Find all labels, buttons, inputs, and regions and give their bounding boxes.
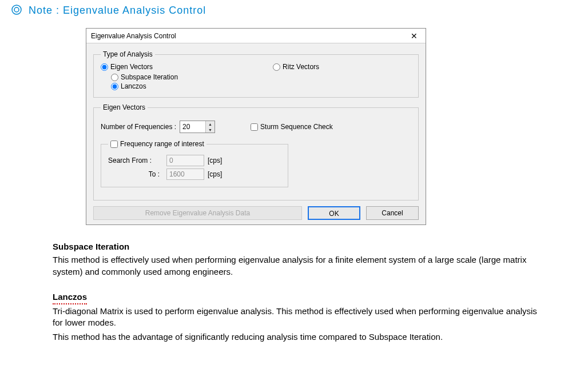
cancel-button[interactable]: Cancel [366, 206, 419, 220]
search-to-label: To : [108, 170, 163, 178]
type-of-analysis-legend: Type of Analysis [101, 50, 155, 58]
freq-range-legend: Frequency range of interest [120, 140, 204, 148]
radio-eigen-vectors[interactable]: Eigen Vectors [101, 63, 153, 71]
svg-point-1 [14, 7, 19, 12]
note-header: Note : Eigenvalue Analysis Control [11, 5, 577, 18]
lanczos-paragraph-2: This method has the advantage of signifi… [53, 331, 542, 343]
radio-lanczos-input[interactable] [111, 83, 118, 90]
spinner-buttons[interactable]: ▲ ▼ [205, 121, 214, 133]
explanation-text: Subspace Iteration This method is effect… [53, 241, 542, 343]
radio-ritz-vectors-input[interactable] [273, 63, 280, 71]
svg-point-0 [12, 5, 21, 14]
radio-subspace-iteration-label: Subspace Iteration [121, 73, 178, 81]
sturm-label: Sturm Sequence Check [260, 123, 333, 131]
remove-eigenvalue-button: Remove Eigenvalue Analysis Data [93, 206, 302, 220]
bullseye-icon [11, 5, 22, 18]
freq-range-group: Frequency range of interest Search From … [101, 140, 288, 187]
eigenvalue-dialog: Eigenvalue Analysis Control ✕ Type of An… [86, 28, 426, 225]
close-icon[interactable]: ✕ [406, 30, 422, 42]
num-freq-label: Number of Frequencies : [101, 123, 176, 131]
freq-range-check[interactable]: Frequency range of interest [110, 140, 204, 148]
unit-from: [cps] [208, 157, 222, 165]
freq-range-checkbox-input[interactable] [110, 141, 118, 148]
radio-lanczos-label: Lanczos [121, 82, 146, 90]
search-from-input [166, 155, 204, 166]
radio-ritz-vectors[interactable]: Ritz Vectors [273, 63, 319, 71]
search-to-input [166, 169, 204, 180]
radio-lanczos[interactable]: Lanczos [111, 82, 411, 90]
dialog-title: Eigenvalue Analysis Control [91, 32, 176, 40]
radio-eigen-vectors-input[interactable] [101, 63, 108, 71]
eigen-vectors-legend: Eigen Vectors [101, 103, 148, 111]
radio-eigen-vectors-label: Eigen Vectors [110, 63, 153, 71]
spinner-up-icon[interactable]: ▲ [206, 121, 214, 127]
ok-button[interactable]: OK [308, 206, 360, 220]
spinner-down-icon[interactable]: ▼ [206, 127, 214, 133]
radio-ritz-vectors-label: Ritz Vectors [283, 63, 319, 71]
titlebar: Eigenvalue Analysis Control ✕ [86, 29, 426, 43]
lanczos-paragraph-1: Tri-diagonal Matrix is used to perform e… [53, 306, 542, 329]
unit-to: [cps] [208, 170, 222, 178]
eigen-vectors-group: Eigen Vectors Number of Frequencies : ▲ … [93, 103, 419, 200]
type-of-analysis-group: Type of Analysis Eigen Vectors Ritz Vect… [93, 50, 419, 98]
subspace-heading: Subspace Iteration [53, 241, 542, 252]
search-from-label: Search From : [108, 157, 163, 165]
lanczos-heading: Lanczos [53, 291, 87, 304]
subspace-paragraph: This method is effectively used when per… [53, 254, 542, 278]
radio-subspace-iteration[interactable]: Subspace Iteration [111, 73, 411, 81]
sturm-check[interactable]: Sturm Sequence Check [251, 123, 333, 131]
sturm-checkbox-input[interactable] [251, 123, 258, 131]
radio-subspace-iteration-input[interactable] [111, 74, 118, 81]
note-title: Note : Eigenvalue Analysis Control [29, 5, 206, 16]
